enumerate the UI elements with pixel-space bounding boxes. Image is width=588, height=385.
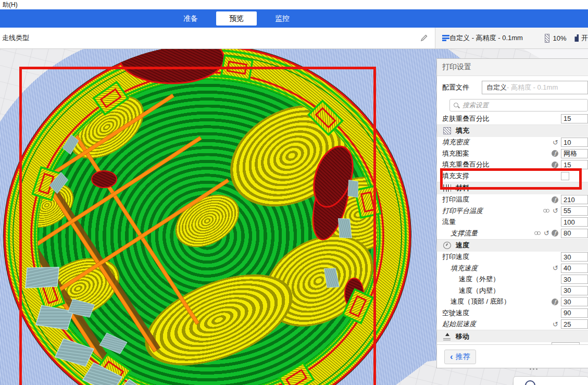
setting-label: 打印平台温度 [442, 206, 483, 216]
travel-icon [443, 333, 451, 340]
setting-value-field[interactable]: 210 [561, 195, 588, 204]
setting-value-field[interactable]: 30 [561, 252, 588, 262]
profile-label: 配置文件 [442, 83, 482, 92]
setting-row-打印平台温度[interactable]: 打印平台温度↺55 [437, 205, 588, 217]
setting-label: 速度（顶部 / 底部） [451, 297, 510, 306]
settings-list: 皮肤重叠百分比15填充填充密度↺10填充图案ƒ网格填充重叠百分比ƒ15填充支撑材… [437, 113, 588, 342]
panel-title-text: 打印设置 [442, 63, 471, 72]
setting-row-填充密度[interactable]: 填充密度↺10 [437, 137, 588, 148]
category-label: 移动 [456, 332, 469, 341]
setting-value-field[interactable]: 55 [561, 206, 588, 216]
recommended-label: 推荐 [456, 352, 470, 362]
setting-label: 速度（外壁） [459, 275, 499, 284]
category-移动[interactable]: 移动 [437, 330, 588, 342]
reset-icon[interactable]: ↺ [553, 207, 558, 214]
setting-value-field[interactable]: 30 [561, 275, 588, 284]
setting-row-起始层速度[interactable]: 起始层速度↺25 [437, 319, 588, 330]
setting-label: 打印温度 [442, 195, 469, 204]
link-icon[interactable] [534, 231, 542, 235]
support-state: 开 [581, 33, 588, 43]
setting-icons: ƒ [552, 299, 561, 305]
menu-item-help[interactable]: 助(H) [2, 1, 19, 9]
setting-value-field[interactable]: 80 [561, 229, 588, 238]
setting-row-速度（顶部 / 底部）[interactable]: 速度（顶部 / 底部）ƒ30 [437, 296, 588, 308]
setting-value-field[interactable]: 25 [561, 319, 588, 329]
panel-drag-handle[interactable] [530, 368, 541, 370]
setting-label: 打印速度 [442, 252, 469, 262]
function-value-icon[interactable]: ƒ [552, 150, 558, 157]
stage-bar: 准备预览监控 [0, 9, 588, 28]
search-input[interactable]: 搜索设置 [449, 99, 588, 111]
function-value-icon[interactable]: ƒ [552, 230, 558, 237]
category-填充[interactable]: 填充 [437, 125, 588, 137]
clock-icon [525, 380, 535, 385]
function-value-icon[interactable]: ƒ [552, 196, 558, 203]
setting-row-打印速度[interactable]: 打印速度30 [437, 252, 588, 263]
reset-icon[interactable]: ↺ [544, 230, 549, 237]
setting-icons: ƒ [552, 162, 561, 168]
profile-dropdown[interactable]: 自定义 - 高精度 - 0.1mm [482, 81, 588, 94]
setting-row-空驶速度[interactable]: 空驶速度90 [437, 307, 588, 319]
pencil-icon[interactable] [420, 34, 428, 42]
setting-label: 填充速度 [451, 264, 478, 273]
search-icon [454, 103, 459, 108]
setting-icons: ↺ [553, 139, 561, 146]
infill-percent: 10% [553, 34, 566, 42]
setting-label: 速度（内壁） [459, 286, 499, 295]
setting-value-field[interactable]: 30 [561, 286, 588, 295]
stage-tab-准备[interactable]: 准备 [170, 11, 211, 26]
link-icon[interactable] [543, 209, 551, 213]
view-options-bar: 走线类型 自定义 - 高精度 - 0.1mm 10% 开 [0, 28, 588, 49]
setting-row-打印温度[interactable]: 打印温度ƒ210 [437, 194, 588, 206]
profile-suffix: - 高精度 - 0.1mm [507, 83, 558, 92]
setting-value-field[interactable]: 40 [561, 264, 588, 273]
stage-tab-监控[interactable]: 监控 [262, 11, 303, 26]
recommended-mode-button[interactable]: ‹ 推荐 [444, 350, 476, 364]
setting-label: 皮肤重叠百分比 [442, 114, 490, 123]
reset-icon[interactable]: ↺ [553, 265, 558, 271]
setting-icons: ↺ [553, 265, 561, 271]
function-value-icon[interactable]: ƒ [552, 162, 558, 168]
menu-bar: 助(H) [0, 0, 588, 9]
print-settings-panel: 打印设置 配置文件 自定义 - 高精度 - 0.1mm 搜索设置 皮肤重叠百分比… [436, 58, 588, 368]
setting-value-field[interactable]: 30 [561, 297, 588, 306]
profile-row: 配置文件 自定义 - 高精度 - 0.1mm [437, 76, 588, 99]
setting-row-填充速度[interactable]: 填充速度↺40 [437, 263, 588, 274]
setting-value-field[interactable]: 15 [561, 114, 588, 123]
setting-value-field[interactable]: 100 [561, 217, 588, 227]
reset-icon[interactable]: ↺ [553, 321, 558, 328]
setting-label: 空驶速度 [442, 308, 469, 318]
category-速度[interactable]: 速度 [437, 239, 588, 252]
line-type-dropdown[interactable]: 走线类型 [2, 33, 29, 43]
setting-icons: ↺ [543, 207, 561, 214]
category-label: 速度 [456, 241, 469, 250]
setting-icons: ƒ [552, 150, 561, 157]
setting-label: 填充密度 [442, 138, 469, 147]
setting-row-皮肤重叠百分比[interactable]: 皮肤重叠百分比15 [437, 113, 588, 125]
stage-tab-预览[interactable]: 预览 [216, 11, 257, 26]
setting-label: 起始层速度 [442, 319, 476, 329]
profile-layers-icon [442, 35, 446, 41]
setting-row-支撑流量[interactable]: 支撑流量↺ƒ80 [437, 228, 588, 239]
stage-tabs: 准备预览监控 [170, 11, 303, 26]
setting-row-速度（外壁）[interactable]: 速度（外壁）30 [437, 274, 588, 285]
print-summary-bar[interactable]: 自定义 - 高精度 - 0.1mm 10% 开 [435, 28, 588, 48]
setting-value-field[interactable]: 90 [561, 308, 588, 318]
infill-icon [443, 127, 451, 134]
search-row: 搜索设置 [437, 99, 588, 114]
setting-label: 填充图案 [442, 149, 469, 158]
setting-row-速度（内壁）[interactable]: 速度（内壁）30 [437, 285, 588, 296]
print-time-popup [513, 376, 588, 385]
reset-icon[interactable]: ↺ [553, 139, 558, 146]
setting-value-field[interactable]: 10 [561, 138, 588, 147]
search-placeholder: 搜索设置 [462, 101, 489, 110]
setting-value-field[interactable]: 网格 [561, 149, 588, 158]
setting-icons: ƒ [552, 196, 561, 203]
function-value-icon[interactable]: ƒ [552, 299, 558, 305]
setting-row-流量[interactable]: 流量100 [437, 217, 588, 228]
profile-value: 自定义 [486, 83, 507, 92]
setting-icons: ↺ [553, 321, 561, 328]
panel-title: 打印设置 [437, 59, 588, 76]
chevron-left-icon: ‹ [450, 352, 453, 361]
setting-row-填充图案[interactable]: 填充图案ƒ网格 [437, 148, 588, 159]
